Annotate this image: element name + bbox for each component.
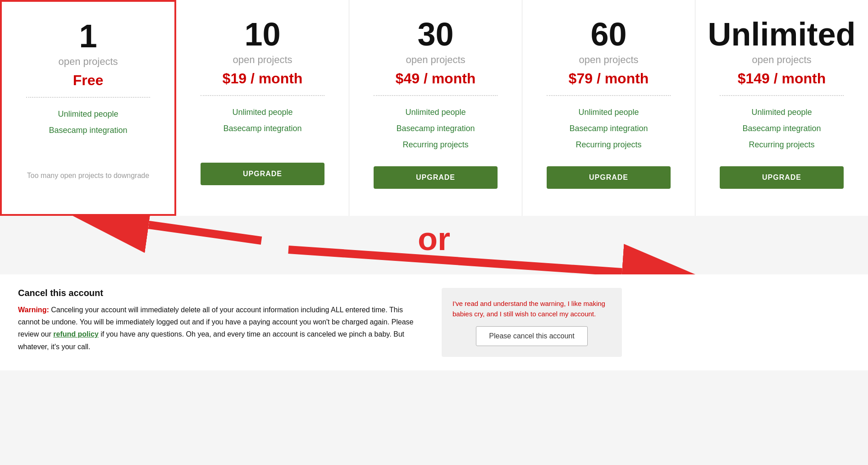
- plan-projects-label-plus: open projects: [358, 54, 513, 66]
- plan-divider-free: [26, 97, 150, 98]
- plan-card-basic: 10open projects$19 / monthUnlimited peop…: [176, 0, 349, 216]
- plan-feature-item: Unlimited people: [358, 104, 513, 120]
- cancel-info: Cancel this account Warning: Canceling y…: [18, 288, 424, 357]
- plan-feature-item: Recurring projects: [531, 137, 686, 153]
- plan-feature-item: Unlimited people: [11, 106, 165, 122]
- cancel-section: Cancel this account Warning: Canceling y…: [0, 274, 868, 370]
- plan-number-free: 1: [11, 20, 165, 52]
- plan-projects-label-basic: open projects: [185, 54, 340, 66]
- plan-feature-item: Recurring projects: [358, 137, 513, 153]
- pricing-section: 1open projectsFreeUnlimited peopleBaseca…: [0, 0, 868, 216]
- plan-price-unlimited: $149 / month: [704, 70, 859, 87]
- plan-feature-item: Basecamp integration: [531, 120, 686, 137]
- or-label: or: [418, 220, 450, 257]
- plan-features-free: Unlimited peopleBasecamp integration: [11, 106, 165, 151]
- plan-number-plus: 30: [358, 18, 513, 50]
- plan-number-pro: 60: [531, 18, 686, 50]
- plan-projects-label-free: open projects: [11, 56, 165, 68]
- plan-feature-item: Basecamp integration: [704, 120, 859, 137]
- plan-divider-unlimited: [720, 95, 843, 96]
- plan-divider-pro: [547, 95, 670, 96]
- plan-note-free: Too many open projects to downgrade: [11, 164, 165, 187]
- plan-number-unlimited: Unlimited: [704, 18, 859, 50]
- plan-feature-item: Recurring projects: [704, 137, 859, 153]
- plan-feature-item: Unlimited people: [531, 104, 686, 120]
- plan-card-plus: 30open projects$49 / monthUnlimited peop…: [349, 0, 522, 216]
- plan-feature-item: Basecamp integration: [11, 122, 165, 138]
- plan-card-pro: 60open projects$79 / monthUnlimited peop…: [522, 0, 695, 216]
- plan-number-basic: 10: [185, 18, 340, 50]
- plan-features-basic: Unlimited peopleBasecamp integration: [185, 104, 340, 149]
- plan-price-plus: $49 / month: [358, 70, 513, 87]
- cancel-action-panel: I've read and understand the warning, I …: [442, 288, 622, 357]
- arrows-overlay: or: [0, 216, 868, 274]
- plan-feature-item: Basecamp integration: [358, 120, 513, 137]
- cancel-account-button[interactable]: Please cancel this account: [476, 326, 587, 346]
- plan-features-pro: Unlimited peopleBasecamp integrationRecu…: [531, 104, 686, 153]
- plan-feature-item: Unlimited people: [185, 104, 340, 120]
- plan-projects-label-unlimited: open projects: [704, 54, 859, 66]
- plan-card-unlimited: Unlimitedopen projects$149 / monthUnlimi…: [695, 0, 868, 216]
- plan-features-unlimited: Unlimited peopleBasecamp integrationRecu…: [704, 104, 859, 153]
- upgrade-button-pro[interactable]: UPGRADE: [547, 166, 670, 189]
- plan-divider-plus: [374, 95, 497, 96]
- refund-policy-link[interactable]: refund policy: [53, 330, 98, 338]
- plan-projects-label-pro: open projects: [531, 54, 686, 66]
- cancel-confirm-text: I've read and understand the warning, I …: [452, 299, 611, 319]
- upgrade-button-basic[interactable]: UPGRADE: [201, 163, 324, 185]
- plan-features-plus: Unlimited peopleBasecamp integrationRecu…: [358, 104, 513, 153]
- cancel-warning: Warning: Canceling your account will imm…: [18, 304, 424, 353]
- warning-label: Warning:: [18, 306, 49, 314]
- cancel-title: Cancel this account: [18, 288, 424, 298]
- upgrade-button-unlimited[interactable]: UPGRADE: [720, 166, 843, 189]
- plan-feature-item: Unlimited people: [704, 104, 859, 120]
- plan-card-free: 1open projectsFreeUnlimited peopleBaseca…: [0, 0, 176, 216]
- plan-price-basic: $19 / month: [185, 70, 340, 87]
- plan-price-pro: $79 / month: [531, 70, 686, 87]
- plan-feature-item: Basecamp integration: [185, 120, 340, 137]
- plan-price-free: Free: [11, 72, 165, 89]
- svg-line-1: [149, 225, 261, 241]
- svg-line-2: [288, 250, 622, 272]
- upgrade-button-plus[interactable]: UPGRADE: [374, 166, 497, 189]
- plan-divider-basic: [201, 95, 324, 96]
